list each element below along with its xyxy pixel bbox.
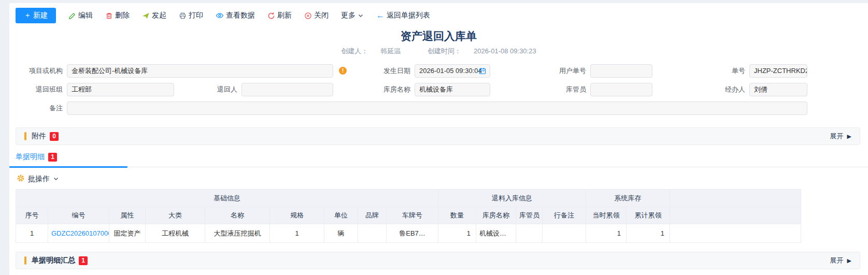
group-filler [670, 190, 801, 207]
creator-value: 韩延温 [380, 47, 401, 55]
table-row: 1 GDZC202601070001 固定资产 工程机械 大型液压挖掘机 1 辆… [16, 224, 801, 243]
plus-icon: ＋ [24, 11, 31, 20]
section-marker [24, 256, 26, 265]
initiate-button[interactable]: 发起 [142, 11, 166, 20]
close-button[interactable]: 关闭 [304, 11, 329, 20]
group-system-stock: 系统库存 [586, 190, 670, 207]
col-filler [670, 207, 801, 224]
occur-date-field[interactable]: 2026-01-05 09:30:04 [415, 64, 490, 78]
cell-code: GDZC202601070001 [48, 224, 109, 243]
col-seq: 序号 [16, 207, 48, 224]
col-spec: 规格 [270, 207, 324, 224]
keeper-field[interactable] [590, 83, 652, 96]
cell-spec: 1 [270, 224, 324, 243]
edit-button[interactable]: 编辑 [68, 11, 93, 20]
col-name: 名称 [205, 207, 270, 224]
doc-no-label: 单号 [652, 66, 749, 76]
group-header-row: 基础信息 退料入库信息 系统库存 [16, 190, 801, 207]
more-button[interactable]: 更多 [341, 11, 364, 20]
cell-category: 工程机械 [146, 224, 205, 243]
col-unit: 单位 [324, 207, 358, 224]
pencil-icon [68, 12, 76, 20]
return-team-field[interactable]: 工程部 [67, 83, 174, 96]
col-plate-no: 车牌号 [387, 207, 438, 224]
cell-plate-no: 鲁EB7… [387, 224, 438, 243]
cell-keeper [516, 224, 543, 243]
close-circle-icon [304, 12, 312, 20]
attachments-expand-button[interactable]: 展开 ▶ [830, 132, 851, 141]
col-quantity: 数量 [438, 207, 476, 224]
cell-attribute: 固定资产 [109, 224, 146, 243]
user-no-field[interactable] [590, 64, 652, 78]
delete-button[interactable]: 删除 [105, 11, 130, 20]
back-arrow-icon: ← [376, 11, 385, 20]
chevron-down-icon [53, 175, 59, 183]
expand-triangle-icon: ▶ [847, 133, 851, 140]
eye-icon [216, 11, 224, 20]
returner-field[interactable] [241, 83, 333, 96]
send-icon [142, 12, 150, 20]
handler-label: 经办人 [652, 85, 749, 94]
col-brand: 品牌 [358, 207, 387, 224]
cell-current-received: 1 [586, 224, 627, 243]
summary-expand-button[interactable]: 展开 ▶ [830, 256, 851, 265]
remark-label: 备注 [19, 104, 67, 113]
attachments-title: 附件 [32, 132, 46, 141]
info-icon: ! [339, 67, 347, 75]
detail-tabs: 单据明细 1 [9, 152, 868, 167]
keeper-label: 库管员 [490, 85, 590, 94]
document-form: 项目或机构 金桥装配公司-机械设备库 ! 发生日期 2026-01-05 09:… [19, 64, 868, 115]
col-code: 编号 [48, 207, 109, 224]
detail-count-badge: 1 [48, 153, 57, 162]
user-no-label: 用户单号 [490, 66, 590, 76]
summary-count-badge: 1 [79, 256, 88, 265]
cell-warehouse: 机械设… [476, 224, 516, 243]
cell-seq: 1 [16, 224, 48, 243]
cell-quantity: 1 [438, 224, 476, 243]
returner-label: 退回人 [174, 85, 241, 94]
tab-document-detail[interactable]: 单据明细 1 [16, 152, 57, 162]
summary-title: 单据明细汇总 [32, 256, 75, 265]
created-time-label: 创建时间： [428, 47, 461, 55]
col-keeper: 库管员 [516, 207, 543, 224]
warehouse-label: 库房名称 [333, 85, 415, 94]
trash-icon [105, 12, 113, 20]
cell-name: 大型液压挖掘机 [205, 224, 270, 243]
column-header-row: 序号 编号 属性 大类 名称 规格 单位 品牌 车牌号 数量 库房名称 库管员 … [16, 207, 801, 224]
warehouse-field[interactable]: 机械设备库 [415, 83, 490, 96]
new-button[interactable]: ＋新建 [16, 8, 56, 23]
doc-no-field[interactable]: JHZP-ZCTHRKD20260000001 [749, 64, 807, 78]
col-total-received: 累计累领 [627, 207, 670, 224]
group-basic-info: 基础信息 [16, 190, 438, 207]
refresh-icon [267, 12, 275, 20]
return-team-label: 退回班组 [19, 85, 67, 94]
active-tab-underline [9, 166, 127, 168]
print-button[interactable]: 打印 [179, 11, 203, 20]
col-category: 大类 [146, 207, 205, 224]
cell-filler [670, 224, 801, 243]
view-data-button[interactable]: 查看数据 [216, 11, 255, 20]
calendar-icon[interactable] [478, 67, 487, 78]
chevron-down-icon [358, 12, 364, 19]
detail-summary-bar: 单据明细汇总 1 展开 ▶ [16, 252, 860, 269]
org-label: 项目或机构 [19, 66, 67, 76]
handler-field[interactable]: 刘倩 [749, 83, 807, 96]
col-line-remark: 行备注 [543, 207, 586, 224]
remark-field[interactable] [67, 102, 807, 115]
batch-ops-button[interactable]: 批操作 [17, 174, 868, 184]
gear-icon [17, 174, 25, 184]
col-attribute: 属性 [109, 207, 146, 224]
org-field[interactable]: 金桥装配公司-机械设备库 [67, 64, 333, 78]
page-title: 资产退回入库单 [9, 29, 868, 44]
creator-label: 创建人： [341, 47, 368, 55]
cell-total-received: 1 [627, 224, 670, 243]
group-return-stockin-info: 退料入库信息 [438, 190, 586, 207]
cell-line-remark [543, 224, 586, 243]
col-warehouse: 库房名称 [476, 207, 516, 224]
toolbar: ＋新建 编辑 删除 发起 打印 查看数据 刷新 关闭 [9, 3, 868, 24]
asset-code-link[interactable]: GDZC202601070001 [51, 229, 109, 237]
detail-table: 基础信息 退料入库信息 系统库存 序号 编号 属性 大类 名称 规格 单位 品牌… [16, 189, 801, 243]
refresh-button[interactable]: 刷新 [267, 11, 292, 20]
created-time-value: 2026-01-08 09:30:23 [474, 47, 536, 55]
back-to-list-button[interactable]: ← 返回单据列表 [376, 11, 430, 20]
